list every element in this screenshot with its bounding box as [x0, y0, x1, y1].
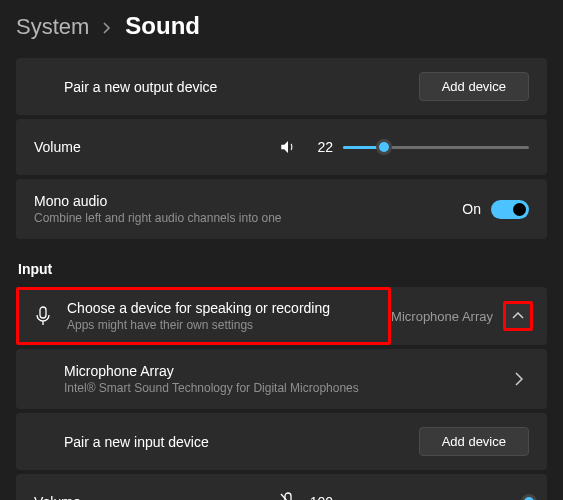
add-output-device-button[interactable]: Add device [419, 72, 529, 101]
microphone-icon [33, 306, 53, 326]
microphone-muted-icon[interactable] [279, 492, 297, 500]
output-volume-label: Volume [34, 139, 279, 155]
pair-output-label: Pair a new output device [64, 79, 419, 95]
choose-device-subtitle: Apps might have their own settings [67, 318, 376, 332]
input-device-subtitle: Intel® Smart Sound Technology for Digita… [64, 381, 509, 395]
choose-input-device-row[interactable]: Choose a device for speaking or recordin… [16, 287, 547, 345]
output-volume-slider[interactable] [343, 139, 529, 155]
breadcrumb-parent[interactable]: System [16, 14, 89, 40]
svg-rect-0 [40, 307, 46, 318]
input-section-label: Input [18, 261, 547, 277]
input-volume-value: 100 [307, 494, 333, 500]
speaker-icon[interactable] [279, 138, 297, 156]
choose-device-title: Choose a device for speaking or recordin… [67, 300, 376, 316]
pair-output-row: Pair a new output device Add device [16, 58, 547, 115]
mono-audio-title: Mono audio [34, 193, 462, 209]
breadcrumb-current: Sound [125, 12, 200, 40]
highlight-choose-device: Choose a device for speaking or recordin… [16, 287, 391, 345]
mono-audio-subtitle: Combine left and right audio channels in… [34, 211, 462, 225]
mono-audio-row: Mono audio Combine left and right audio … [16, 179, 547, 239]
svg-line-2 [281, 494, 295, 500]
mono-audio-toggle[interactable] [491, 200, 529, 219]
output-volume-row: Volume 22 [16, 119, 547, 175]
chevron-right-icon [103, 22, 111, 34]
chevron-right-icon [509, 372, 529, 386]
mono-audio-state: On [462, 201, 481, 217]
selected-input-device: Microphone Array [391, 309, 493, 324]
input-volume-row: Volume 100 [16, 474, 547, 500]
pair-input-row: Pair a new input device Add device [16, 413, 547, 470]
input-device-title: Microphone Array [64, 363, 509, 379]
breadcrumb: System Sound [16, 12, 547, 40]
input-device-item[interactable]: Microphone Array Intel® Smart Sound Tech… [16, 349, 547, 409]
output-volume-value: 22 [307, 139, 333, 155]
input-volume-slider[interactable] [343, 494, 529, 500]
pair-input-label: Pair a new input device [64, 434, 419, 450]
chevron-up-icon [512, 312, 524, 320]
input-volume-label: Volume [34, 494, 279, 500]
collapse-button[interactable] [503, 301, 533, 331]
add-input-device-button[interactable]: Add device [419, 427, 529, 456]
